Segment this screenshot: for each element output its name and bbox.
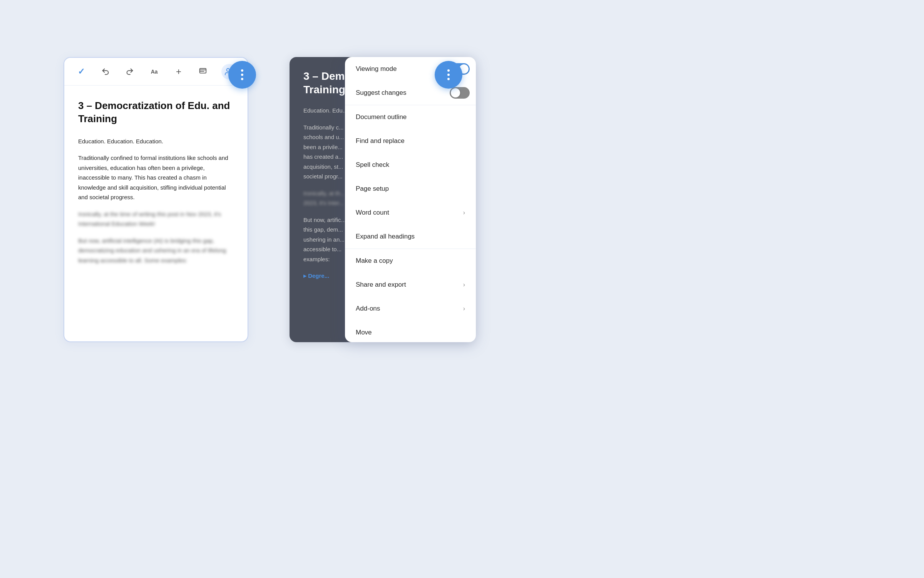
add-button[interactable]: + bbox=[172, 65, 184, 79]
menu-item-word-count[interactable]: Word count › bbox=[345, 201, 476, 225]
share-export-arrow-icon: › bbox=[463, 281, 465, 288]
menu-item-find-replace[interactable]: Find and replace bbox=[345, 129, 476, 153]
undo-button[interactable] bbox=[99, 65, 111, 79]
check-button[interactable]: ✓ bbox=[75, 65, 87, 79]
document-outline-label: Document outline bbox=[356, 113, 465, 121]
comment-button[interactable] bbox=[197, 65, 209, 79]
menu-item-spell-check[interactable]: Spell check bbox=[345, 153, 476, 177]
three-dots-icon-right bbox=[447, 69, 450, 80]
left-document-panel: ✓ Aa + bbox=[64, 57, 248, 342]
context-menu: Viewing mode Suggest changes Document ou… bbox=[345, 57, 476, 342]
make-copy-label: Make a copy bbox=[356, 257, 465, 265]
move-label: Move bbox=[356, 329, 465, 336]
left-para-4: But now, artificial intelligence (AI) is… bbox=[78, 236, 234, 265]
left-doc-title: 3 – Democratization of Edu. and Training bbox=[78, 99, 234, 126]
word-count-arrow-icon: › bbox=[463, 209, 465, 216]
toggle-knob-2 bbox=[451, 88, 460, 97]
more-options-button-left[interactable] bbox=[228, 61, 256, 89]
menu-item-move[interactable]: Move bbox=[345, 321, 476, 342]
menu-item-expand-headings[interactable]: Expand all headings bbox=[345, 225, 476, 249]
expand-headings-label: Expand all headings bbox=[356, 233, 465, 240]
spell-check-label: Spell check bbox=[356, 161, 465, 169]
document-toolbar: ✓ Aa + bbox=[64, 58, 248, 86]
word-count-label: Word count bbox=[356, 209, 463, 217]
page-setup-label: Page setup bbox=[356, 185, 465, 193]
menu-item-page-setup[interactable]: Page setup bbox=[345, 177, 476, 201]
left-para-2: Traditionally confined to formal institu… bbox=[78, 153, 234, 202]
format-button[interactable]: Aa bbox=[148, 65, 160, 79]
menu-item-document-outline[interactable]: Document outline bbox=[345, 105, 476, 129]
addons-arrow-icon: › bbox=[463, 305, 465, 312]
addons-label: Add-ons bbox=[356, 305, 463, 313]
suggest-changes-label: Suggest changes bbox=[356, 89, 450, 97]
menu-item-make-copy[interactable]: Make a copy bbox=[345, 249, 476, 273]
more-options-button-right[interactable] bbox=[435, 61, 462, 89]
three-dots-icon bbox=[241, 69, 243, 80]
left-doc-content: 3 – Democratization of Edu. and Training… bbox=[64, 86, 248, 341]
find-replace-label: Find and replace bbox=[356, 137, 465, 145]
menu-item-share-export[interactable]: Share and export › bbox=[345, 273, 476, 297]
share-export-label: Share and export bbox=[356, 281, 463, 289]
redo-button[interactable] bbox=[124, 65, 136, 79]
left-para-1: Education. Education. Education. bbox=[78, 136, 234, 146]
left-para-3: Ironically, at the time of writing this … bbox=[78, 209, 234, 229]
left-doc-body: Education. Education. Education. Traditi… bbox=[78, 136, 234, 265]
menu-item-addons[interactable]: Add-ons › bbox=[345, 297, 476, 321]
svg-rect-0 bbox=[200, 68, 206, 73]
suggest-changes-toggle[interactable] bbox=[450, 87, 470, 99]
